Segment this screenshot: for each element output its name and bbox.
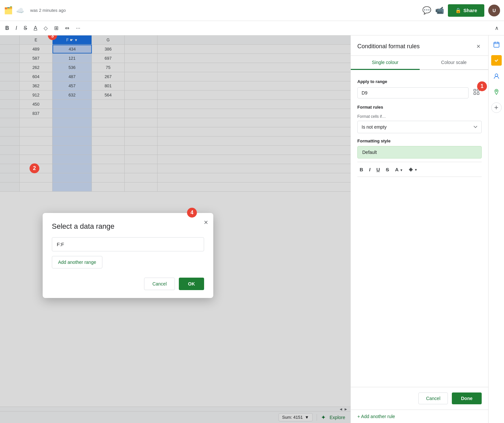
svg-rect-4 — [494, 42, 499, 47]
dialog-footer: Cancel OK — [52, 278, 204, 290]
style-fill-color-button[interactable]: ◈ ▼ — [407, 165, 420, 174]
fill-color-button[interactable]: ◇ — [42, 24, 50, 32]
style-font-color-button[interactable]: A ▼ — [393, 165, 405, 174]
step-badge-2: 2 — [30, 163, 39, 173]
merge-button[interactable]: ⇔ — [63, 24, 71, 32]
panel-close-button[interactable]: × — [475, 41, 482, 52]
chevron-down-icon: ▼ — [400, 168, 403, 172]
panel-done-button[interactable]: Done — [452, 392, 482, 404]
panel-cancel-button[interactable]: Cancel — [418, 392, 448, 404]
chevron-down-icon: ▼ — [414, 168, 417, 172]
range-input-field[interactable] — [357, 87, 469, 98]
strikethrough-button[interactable]: S — [22, 24, 29, 32]
spreadsheet-area: E F ☛ ▼ 3 G 489 434 386 587 — [0, 35, 350, 423]
italic-button[interactable]: I — [14, 24, 19, 32]
top-bar-left: 🗂️ ☁️ was 2 minutes ago — [4, 6, 66, 15]
meet-icon[interactable]: 📹 — [435, 6, 444, 15]
panel-title: Conditional format rules — [357, 43, 420, 50]
lock-icon: 🔒 — [455, 8, 461, 13]
style-underline-button[interactable]: U — [374, 165, 382, 174]
panel-header: Conditional format rules × — [351, 35, 488, 56]
main-layout: E F ☛ ▼ 3 G 489 434 386 587 — [0, 35, 504, 423]
cloud-icon[interactable]: ☁️ — [16, 7, 24, 14]
sidebar-icon-tasks[interactable] — [491, 55, 502, 66]
svg-rect-3 — [477, 93, 479, 95]
comments-icon[interactable]: 💬 — [422, 6, 431, 15]
conditional-format-panel: Conditional format rules × Single colour… — [350, 35, 488, 423]
avatar[interactable]: U — [488, 5, 500, 16]
dialog-title: Select a data range — [52, 222, 204, 231]
collapse-button[interactable]: ∧ — [493, 24, 501, 32]
top-bar: 🗂️ ☁️ was 2 minutes ago 💬 📹 🔒 Share U — [0, 0, 504, 21]
more-button[interactable]: ··· — [74, 24, 82, 32]
svg-point-10 — [496, 90, 497, 92]
add-another-range-button[interactable]: Add another range — [52, 256, 102, 268]
underline-button[interactable]: A — [32, 24, 39, 32]
dialog-overlay: Select a data range × Add another range … — [0, 35, 350, 423]
style-italic-button[interactable]: I — [367, 165, 373, 174]
borders-button[interactable]: ⊞ — [52, 24, 60, 32]
step-badge-4: 4 — [187, 208, 197, 218]
drive-icon[interactable]: 🗂️ — [4, 6, 13, 15]
add-another-rule-button[interactable]: + Add another rule — [351, 410, 488, 423]
tab-colour-scale[interactable]: Colour scale — [420, 56, 489, 70]
style-bold-button[interactable]: B — [357, 165, 366, 174]
style-toolbar: B I U S A ▼ ◈ ▼ — [357, 162, 482, 177]
style-strikethrough-button[interactable]: S — [384, 165, 391, 174]
dialog-close-button[interactable]: × — [204, 218, 208, 227]
panel-tabs: Single colour Colour scale — [351, 56, 488, 70]
far-right-sidebar: + — [488, 35, 504, 423]
range-input-row: 1 — [357, 87, 482, 99]
svg-point-9 — [495, 74, 498, 76]
range-input-dialog[interactable] — [52, 237, 204, 251]
dialog-cancel-button[interactable]: Cancel — [144, 278, 175, 290]
save-status: was 2 minutes ago — [30, 8, 66, 13]
svg-rect-0 — [474, 89, 476, 91]
apply-to-range-label: Apply to range — [357, 79, 482, 84]
toolbar: B I S A ◇ ⊞ ⇔ ··· ∧ — [0, 21, 504, 35]
tab-single-colour[interactable]: Single colour — [351, 56, 420, 70]
select-range-dialog: Select a data range × Add another range … — [43, 213, 213, 298]
bold-button[interactable]: B — [3, 24, 11, 32]
step-badge-1: 1 — [477, 81, 487, 91]
panel-footer: Cancel Done — [351, 387, 488, 410]
svg-rect-2 — [474, 93, 476, 95]
top-bar-right: 💬 📹 🔒 Share U — [422, 4, 500, 17]
style-preview: Default — [357, 146, 482, 159]
sidebar-icon-add[interactable]: + — [491, 102, 502, 113]
format-rules-label: Format rules — [357, 105, 482, 110]
format-cells-if-select[interactable]: Is not empty — [357, 121, 482, 133]
format-cells-if-label: Format cells if… — [357, 114, 482, 119]
sidebar-icon-contacts[interactable] — [491, 71, 502, 81]
dialog-ok-button[interactable]: OK — [179, 278, 204, 290]
sidebar-icon-calendar[interactable] — [491, 39, 502, 50]
share-button[interactable]: 🔒 Share — [448, 4, 484, 17]
formatting-style-label: Formatting style — [357, 138, 482, 143]
sidebar-icon-maps[interactable] — [491, 87, 502, 97]
panel-content: Apply to range 1 Format rules Format cel… — [351, 70, 488, 387]
